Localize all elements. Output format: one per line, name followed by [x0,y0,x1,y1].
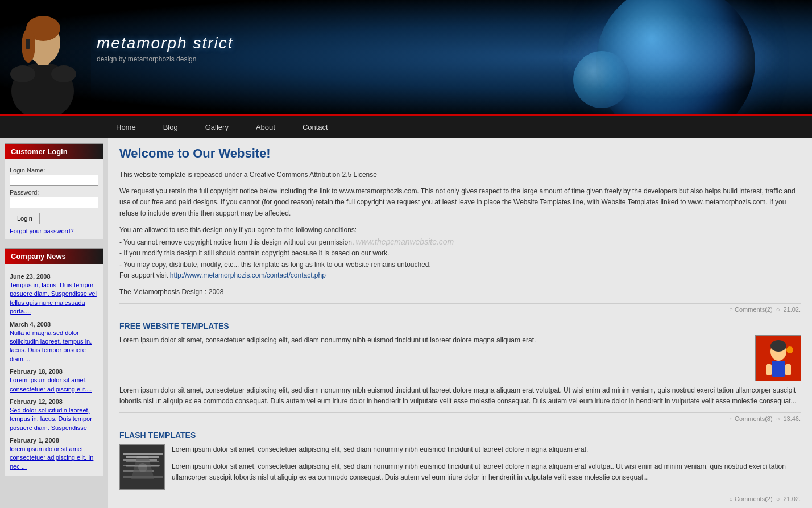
svg-point-22 [138,463,147,472]
company-news-content: June 23, 2008 Tempus in, lacus. Duis tem… [5,264,103,476]
article-2-body: Lorem ipsum dolor sit amet, consectetuer… [119,444,801,490]
news-date-5: February 1, 2008 [10,437,98,444]
nav-home[interactable]: Home [102,118,150,136]
welcome-time: 21.02. [783,306,801,313]
article-2-para-2: Lorem ipsum dolor sit amet, consectetuer… [172,461,801,483]
article-2-image-placeholder [119,444,165,490]
header: metamorph strict design by metamorphozis… [0,0,812,114]
main-content-title: Welcome to Our Website! [119,146,801,161]
company-news-title: Company News [11,252,66,261]
site-tagline: design by metamorphozis design [97,55,234,63]
article-1: FREE WEBSITE TEMPLATES Lorem ipsum dolor… [119,321,801,422]
article-2-para-1: Lorem ipsum dolor sit amet, consectetuer… [172,444,801,455]
article-1-meta: ○ Comments(8) ○ 13.46. [119,412,801,422]
news-link-5[interactable]: lorem ipsum dolor sit amet, consectetuer… [10,445,93,470]
welcome-para-2: We request you retain the full copyright… [119,186,801,219]
welcome-meta: ○ Comments(2) ○ 21.02. [119,303,801,313]
news-item-2: March 4, 2008 Nulla id magna sed dolor s… [10,321,98,364]
sidebar: Customer Login Login Name: Password: Log… [0,138,108,508]
password-label: Password: [10,189,98,196]
news-link-2[interactable]: Nulla id magna sed dolor sollicitudin la… [10,329,92,362]
customer-login-header: Customer Login [5,144,103,159]
nav-contact[interactable]: Contact [289,118,342,136]
article-1-image [755,335,801,381]
main-wrapper: Customer Login Login Name: Password: Log… [0,138,812,508]
news-date-2: March 4, 2008 [10,321,98,328]
svg-rect-13 [766,364,772,375]
article-2-image [119,444,165,490]
header-person [0,0,91,114]
article-1-title: FREE WEBSITE TEMPLATES [119,321,801,331]
svg-rect-16 [123,453,163,455]
article-2: FLASH TEMPLATES [119,431,801,502]
customer-login-content: Login Name: Password: Login Forgot your … [5,159,103,239]
article-2-time: 21.02. [783,495,801,502]
news-item-1: June 23, 2008 Tempus in, lacus. Duis tem… [10,273,98,316]
svg-rect-5 [26,39,30,49]
welcome-para-3: You are allowed to use this design only … [119,225,801,281]
customer-login-box: Customer Login Login Name: Password: Log… [5,143,103,239]
nav-gallery[interactable]: Gallery [192,118,242,136]
forgot-password-link[interactable]: Forgot your password? [10,228,98,234]
welcome-para-4: The Metamorphosis Design : 2008 [119,287,801,298]
welcome-comments: Comments(2) [735,306,773,313]
welcome-para-1: This website template is repeased under … [119,170,801,180]
company-news-box: Company News June 23, 2008 Tempus in, la… [5,248,103,476]
svg-rect-10 [772,361,785,377]
login-name-label: Login Name: [10,167,98,174]
news-date-4: February 12, 2008 [10,398,98,405]
article-2-text: Lorem ipsum dolor sit amet, consectetuer… [172,444,801,490]
site-name: metamorph strict [97,34,234,52]
news-item-3: February 18, 2008 Lorem ipsum dolor sit … [10,368,98,394]
news-link-1[interactable]: Tempus in, lacus. Duis tempor posuere di… [10,282,97,315]
main-navigation: Home Blog Gallery About Contact [0,116,812,138]
article-2-title: FLASH TEMPLATES [119,431,801,440]
login-name-input[interactable] [10,175,98,186]
svg-point-7 [51,65,76,82]
login-button[interactable]: Login [10,213,40,224]
company-news-header: Company News [5,249,103,264]
svg-point-6 [10,65,35,82]
support-link[interactable]: http://www.metamorphozis.com/contact/con… [170,271,326,279]
svg-point-11 [770,340,786,352]
article-2-comments: Comments(2) [735,495,773,502]
article-1-comments: Comments(8) [735,415,773,422]
article-1-text: Lorem ipsum dolor sit amet, consectetuer… [119,335,748,381]
article-2-meta: ○ Comments(2) ○ 21.02. [119,493,801,502]
nav-blog[interactable]: Blog [150,118,192,136]
article-1-body: Lorem ipsum dolor sit amet, consectetuer… [119,335,801,381]
watermark-text: www.thepcmanwebsite.com [356,237,454,246]
news-item-5: February 1, 2008 lorem ipsum dolor sit a… [10,437,98,471]
news-item-4: February 12, 2008 Sed dolor sollicitudin… [10,398,98,432]
article-1-time: 13.46. [783,415,801,422]
news-link-4[interactable]: Sed dolor sollicitudin laoreet, tempus i… [10,407,92,431]
header-glow [556,14,784,100]
svg-rect-12 [785,364,791,375]
svg-point-14 [786,346,793,353]
news-date-1: June 23, 2008 [10,273,98,280]
article-1-image-placeholder [755,335,801,381]
article-1-para-2: Lorem ipsum dolor sit amet, consectetuer… [119,385,801,407]
header-title-block: metamorph strict design by metamorphozis… [97,34,234,63]
customer-login-title: Customer Login [11,147,68,156]
main-content: Welcome to Our Website! This website tem… [108,138,812,508]
nav-about[interactable]: About [242,118,289,136]
password-input[interactable] [10,197,98,208]
article-1-para-1: Lorem ipsum dolor sit amet, consectetuer… [119,335,748,346]
news-link-3[interactable]: Lorem ipsum dolor sit amet, consectetuer… [10,377,92,392]
news-date-3: February 18, 2008 [10,368,98,375]
